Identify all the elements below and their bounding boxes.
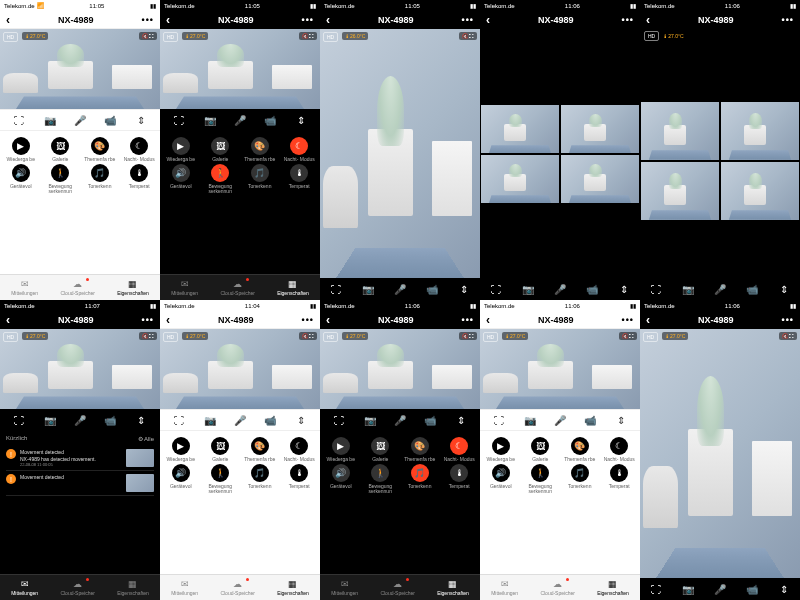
tab-cloud[interactable]: ☁Cloud-Speicher bbox=[220, 279, 254, 296]
mic-icon[interactable]: 🎤 bbox=[73, 413, 87, 427]
theme-button[interactable]: 🎨Themenfa rbe bbox=[241, 437, 279, 462]
motion-button[interactable]: 🚶Bewegung serkennun bbox=[522, 464, 560, 494]
volume-button[interactable]: 🔊Gerätevol bbox=[162, 464, 200, 494]
record-icon[interactable]: 📹 bbox=[103, 413, 117, 427]
gallery-button[interactable]: 🖼Galerie bbox=[202, 137, 240, 162]
gallery-button[interactable]: 🖼Galerie bbox=[202, 437, 240, 462]
video-feed[interactable]: HD🌡26.0°C🔇 ⛶ bbox=[320, 29, 480, 278]
expand-icon[interactable]: ⇕ bbox=[614, 413, 628, 427]
more-icon[interactable]: ••• bbox=[302, 315, 314, 325]
tab-messages[interactable]: ✉Mitteilungen bbox=[331, 579, 358, 596]
camera-tile-1[interactable] bbox=[640, 101, 720, 161]
camera-icon[interactable]: 📷 bbox=[363, 413, 377, 427]
camera-tile-4[interactable] bbox=[560, 154, 640, 204]
expand-icon[interactable]: ⇕ bbox=[294, 113, 308, 127]
volume-button[interactable]: 🔊Gerätevol bbox=[322, 464, 360, 494]
tab-cloud[interactable]: ☁Cloud-Speicher bbox=[60, 279, 94, 296]
mic-icon[interactable]: 🎤 bbox=[233, 413, 247, 427]
temp-button[interactable]: 🌡Temperat bbox=[281, 464, 319, 494]
tab-messages[interactable]: ✉Mitteilungen bbox=[491, 579, 518, 596]
night-button[interactable]: ☾Nacht- Modus bbox=[601, 437, 639, 462]
gallery-button[interactable]: 🖼Galerie bbox=[522, 437, 560, 462]
audio-button[interactable]: 🎵Tonerkenn bbox=[241, 164, 279, 194]
expand-icon[interactable]: ⇕ bbox=[617, 282, 631, 296]
more-icon[interactable]: ••• bbox=[462, 315, 474, 325]
theme-button[interactable]: 🎨Themenfa rbe bbox=[401, 437, 439, 462]
mic-icon[interactable]: 🎤 bbox=[553, 413, 567, 427]
playback-button[interactable]: ▶Wiederga be bbox=[162, 437, 200, 462]
fullscreen-icon[interactable]: ⛶ bbox=[332, 413, 346, 427]
tab-props[interactable]: ▦Eigenschaften bbox=[437, 579, 469, 596]
camera-icon[interactable]: 📷 bbox=[681, 282, 695, 296]
fullscreen-icon[interactable]: ⛶ bbox=[649, 582, 663, 596]
playback-button[interactable]: ▶Wiederga be bbox=[482, 437, 520, 462]
camera-tile-2[interactable] bbox=[720, 101, 800, 161]
audio-button[interactable]: 🎵Tonerkenn bbox=[241, 464, 279, 494]
alert-item[interactable]: ! Movement detected bbox=[6, 471, 154, 496]
tab-messages[interactable]: ✉Mitteilungen bbox=[11, 579, 38, 596]
camera-icon[interactable]: 📷 bbox=[43, 113, 57, 127]
tab-props[interactable]: ▦Eigenschaften bbox=[117, 579, 149, 596]
camera-tile-3[interactable] bbox=[640, 161, 720, 221]
expand-icon[interactable]: ⇕ bbox=[457, 282, 471, 296]
expand-icon[interactable]: ⇕ bbox=[294, 413, 308, 427]
expand-icon[interactable]: ⇕ bbox=[134, 413, 148, 427]
hd-badge[interactable]: HD bbox=[3, 32, 18, 42]
record-icon[interactable]: 📹 bbox=[263, 413, 277, 427]
video-feed[interactable]: HD🌡27.0°C🔇 ⛶ bbox=[320, 329, 480, 409]
more-icon[interactable]: ••• bbox=[142, 15, 154, 25]
record-icon[interactable]: 📹 bbox=[103, 113, 117, 127]
tab-props[interactable]: ▦Eigenschaften bbox=[277, 279, 309, 296]
night-button[interactable]: ☾Nacht- Modus bbox=[121, 137, 159, 162]
more-icon[interactable]: ••• bbox=[142, 315, 154, 325]
tab-cloud[interactable]: ☁Cloud-Speicher bbox=[540, 579, 574, 596]
camera-icon[interactable]: 📷 bbox=[681, 582, 695, 596]
expand-icon[interactable]: ⇕ bbox=[454, 413, 468, 427]
mic-icon[interactable]: 🎤 bbox=[73, 113, 87, 127]
fullscreen-icon[interactable]: ⛶ bbox=[12, 413, 26, 427]
playback-button[interactable]: ▶Wiederga be bbox=[2, 137, 40, 162]
volume-button[interactable]: 🔊Gerätevol bbox=[2, 164, 40, 194]
more-icon[interactable]: ••• bbox=[782, 315, 794, 325]
video-feed[interactable]: HD🌡27.0°C🔇 ⛶ bbox=[640, 329, 800, 578]
record-icon[interactable]: 📹 bbox=[583, 413, 597, 427]
tab-cloud[interactable]: ☁Cloud-Speicher bbox=[380, 579, 414, 596]
tab-messages[interactable]: ✉Mitteilungen bbox=[171, 579, 198, 596]
tab-props[interactable]: ▦Eigenschaften bbox=[597, 579, 629, 596]
motion-button[interactable]: 🚶Bewegung serkennun bbox=[362, 464, 400, 494]
playback-button[interactable]: ▶Wiederga be bbox=[322, 437, 360, 462]
video-feed[interactable]: HD🌡27.0°C🔇 ⛶ bbox=[480, 329, 640, 409]
volume-button[interactable]: 🔊Gerätevol bbox=[482, 464, 520, 494]
mic-icon[interactable]: 🎤 bbox=[553, 282, 567, 296]
gallery-button[interactable]: 🖼Galerie bbox=[42, 137, 80, 162]
night-button[interactable]: ☾Nacht- Modus bbox=[281, 437, 319, 462]
audio-button[interactable]: 🎵Tonerkenn bbox=[81, 164, 119, 194]
camera-icon[interactable]: 📷 bbox=[203, 113, 217, 127]
tab-cloud[interactable]: ☁Cloud-Speicher bbox=[220, 579, 254, 596]
motion-button[interactable]: 🚶Bewegung serkennun bbox=[42, 164, 80, 194]
camera-icon[interactable]: 📷 bbox=[203, 413, 217, 427]
mic-icon[interactable]: 🎤 bbox=[233, 113, 247, 127]
filter-all[interactable]: ⚙ Alle bbox=[138, 435, 154, 442]
video-feed[interactable]: HD 🌡27.0°C 🔇 ⛶ bbox=[0, 29, 160, 109]
camera-icon[interactable]: 📷 bbox=[43, 413, 57, 427]
video-feed[interactable]: HD🌡27.0°C🔇 ⛶ bbox=[160, 329, 320, 409]
tab-props[interactable]: ▦Eigenschaften bbox=[117, 279, 149, 296]
theme-button[interactable]: 🎨Themenfa rbe bbox=[81, 137, 119, 162]
audio-button[interactable]: 🎵Tonerkenn bbox=[401, 464, 439, 494]
theme-button[interactable]: 🎨Themenfa rbe bbox=[561, 437, 599, 462]
camera-icon[interactable]: 📷 bbox=[523, 413, 537, 427]
camera-tile-4[interactable] bbox=[720, 161, 800, 221]
record-icon[interactable]: 📹 bbox=[263, 113, 277, 127]
playback-button[interactable]: ▶Wiederga be bbox=[162, 137, 200, 162]
expand-icon[interactable]: ⇕ bbox=[777, 282, 791, 296]
fullscreen-icon[interactable]: ⛶ bbox=[329, 282, 343, 296]
mic-icon[interactable]: 🎤 bbox=[393, 413, 407, 427]
night-button[interactable]: ☾Nacht- Modus bbox=[281, 137, 319, 162]
camera-tile-3[interactable] bbox=[480, 154, 560, 204]
expand-icon[interactable]: ⇕ bbox=[777, 582, 791, 596]
theme-button[interactable]: 🎨Themenfa rbe bbox=[241, 137, 279, 162]
more-icon[interactable]: ••• bbox=[622, 315, 634, 325]
temp-button[interactable]: 🌡Temperat bbox=[441, 464, 479, 494]
fullscreen-icon[interactable]: ⛶ bbox=[492, 413, 506, 427]
